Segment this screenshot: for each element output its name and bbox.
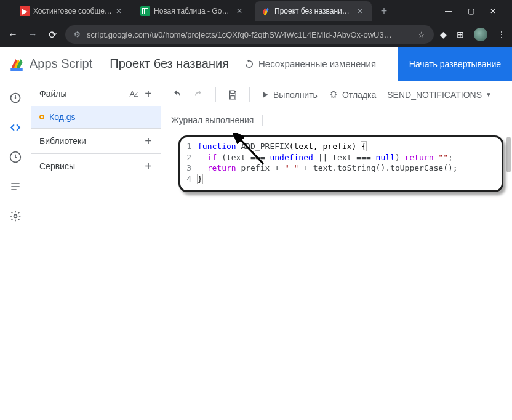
minimize-button[interactable]: — [443,7,454,15]
left-rail [0,81,31,420]
rail-editor[interactable] [7,119,23,135]
rail-executions[interactable] [7,179,23,195]
address-bar-row: ← → ⟳ ⚙ script.google.com/u/0/home/proje… [0,22,512,47]
forward-button[interactable]: → [26,29,39,40]
line-number: 2 [185,152,198,163]
apps-script-logo-icon [9,56,25,72]
code-line: function ADD_PREFIX(text, prefix) { [198,141,497,152]
log-label[interactable]: Журнал выполнения [171,115,254,125]
extensions-icon[interactable]: ⊞ [457,30,464,39]
file-name: Код.gs [49,112,75,122]
tab-label: Новая таблица - Google Т [154,7,233,15]
rail-triggers[interactable] [7,149,23,165]
code-line: if (text === undefined || text === null)… [198,152,497,163]
add-library-button[interactable]: + [145,137,152,145]
tab-label: Хостинговое сообщество [33,7,112,15]
unsaved-dot-icon [39,115,44,119]
add-file-button[interactable]: + [145,89,152,99]
line-number: 3 [185,163,198,174]
code-editor[interactable]: 1 function ADD_PREFIX(text, prefix) { 2 … [161,132,512,420]
url-text: script.google.com/u/0/home/projects/1cQX… [87,30,412,39]
close-window-button[interactable]: ✕ [487,7,498,15]
line-number: 4 [185,174,198,185]
omnibox[interactable]: ⚙ script.google.com/u/0/home/projects/1c… [65,25,434,44]
services-label: Сервисы [39,161,75,171]
code-line: return prefix + " " + text.toString().to… [198,163,497,174]
browser-menu-icon[interactable]: ⋮ [497,30,506,39]
annotation-frame: 1 function ADD_PREFIX(text, prefix) { 2 … [178,135,503,192]
function-select[interactable]: SEND_NOTIFICATIONS ▼ [387,90,492,100]
run-label: Выполнить [273,90,318,100]
window-controls: — ▢ ✕ [443,7,507,15]
tab-label: Проект без названия - Ре [274,7,353,15]
extension-metamask-icon[interactable]: ◆ [440,30,447,39]
refresh-icon [244,59,255,70]
browser-chrome: ▶ Хостинговое сообщество ✕ Новая таблица… [0,0,512,47]
line-number: 1 [185,141,198,152]
rail-settings[interactable] [7,208,23,224]
chevron-down-icon: ▼ [486,91,492,98]
workbench: Файлы AZ + Код.gs Библиотеки + Сервисы + [0,81,512,420]
unsaved-indicator: Несохраненные изменения [244,59,376,70]
site-settings-icon[interactable]: ⚙ [74,30,81,39]
browser-tab-0[interactable]: ▶ Хостинговое сообщество ✕ [14,1,130,21]
code-line: } [198,174,497,185]
deploy-label: Начать развертывание [409,59,501,69]
file-panel: Файлы AZ + Код.gs Библиотеки + Сервисы + [31,81,161,420]
redo-button[interactable] [193,89,204,100]
favicon-sheets [140,6,150,16]
unsaved-label: Несохраненные изменения [258,59,376,69]
function-name: SEND_NOTIFICATIONS [387,90,482,100]
browser-tab-2[interactable]: Проект без названия - Ре ✕ [255,1,372,21]
svg-point-1 [15,97,17,99]
editor-area: Выполнить Отладка SEND_NOTIFICATIONS ▼ Ж… [161,81,512,420]
services-header: Сервисы + [31,154,161,179]
debug-label: Отладка [342,90,376,100]
debug-button[interactable]: Отладка [329,90,376,100]
close-icon[interactable]: ✕ [116,7,124,15]
app-header: Apps Script Проект без названия Несохран… [0,47,512,81]
back-button[interactable]: ← [6,29,20,40]
tab-strip: ▶ Хостинговое сообщество ✕ Новая таблица… [0,0,512,22]
sort-icon[interactable]: AZ [130,89,138,99]
favicon-apps-script [261,6,271,16]
save-button[interactable] [227,89,238,101]
svg-rect-2 [15,95,16,97]
brand-label: Apps Script [30,57,92,71]
svg-point-3 [14,215,17,218]
file-item-kod[interactable]: Код.gs [31,106,161,128]
maximize-button[interactable]: ▢ [465,7,476,15]
app-logo[interactable]: Apps Script [9,56,92,72]
profile-avatar[interactable] [474,28,487,41]
favicon-hosting: ▶ [20,6,30,16]
editor-toolbar: Выполнить Отладка SEND_NOTIFICATIONS ▼ [161,81,512,108]
rail-overview[interactable] [7,90,23,106]
add-service-button[interactable]: + [145,162,152,171]
undo-button[interactable] [171,89,182,100]
reload-button[interactable]: ⟳ [46,29,59,41]
scrollbar-thumb[interactable] [506,137,511,172]
log-row: Журнал выполнения [161,108,512,132]
run-button[interactable]: Выполнить [261,90,318,100]
close-icon[interactable]: ✕ [236,7,245,15]
files-header: Файлы AZ + [31,81,161,106]
deploy-button[interactable]: Начать развертывание [398,47,512,81]
browser-tab-1[interactable]: Новая таблица - Google Т ✕ [134,1,251,21]
libraries-label: Библиотеки [39,136,86,146]
close-icon[interactable]: ✕ [357,7,366,15]
play-icon [261,91,270,99]
bookmark-icon[interactable]: ☆ [418,30,425,39]
new-tab-button[interactable]: + [375,5,393,18]
libraries-header: Библиотеки + [31,129,161,153]
files-label: Файлы [39,89,66,99]
bug-icon [329,90,338,100]
project-title[interactable]: Проект без названия [110,57,229,71]
